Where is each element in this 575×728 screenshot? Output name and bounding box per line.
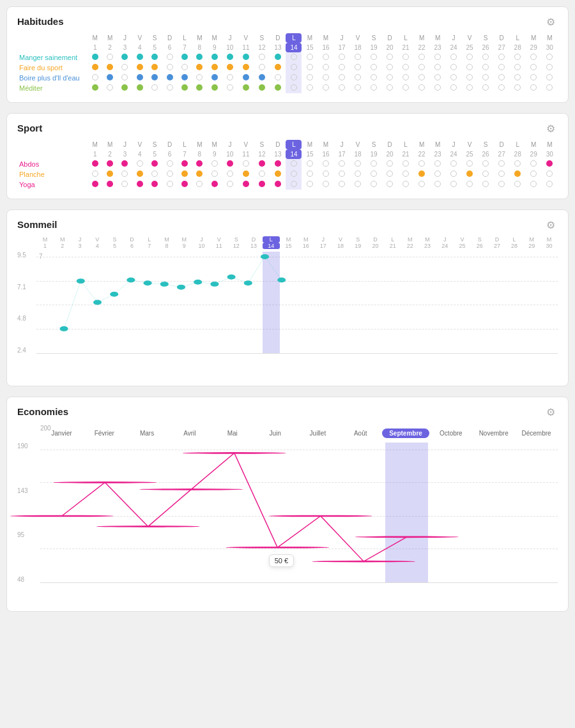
habitudes-gear-icon[interactable]: ⚙ (546, 16, 559, 29)
habit-cell[interactable] (542, 63, 558, 73)
habit-cell[interactable] (414, 179, 430, 190)
habit-cell[interactable] (542, 169, 558, 179)
habit-cell[interactable] (350, 169, 366, 179)
habit-cell[interactable] (382, 83, 398, 93)
habit-cell[interactable] (222, 159, 238, 169)
habit-cell[interactable] (302, 73, 318, 83)
habit-cell[interactable] (414, 159, 430, 169)
habit-cell[interactable] (398, 73, 414, 83)
habit-cell[interactable] (222, 83, 238, 93)
habit-cell[interactable] (318, 159, 334, 169)
habit-cell[interactable] (334, 179, 349, 190)
habit-cell[interactable] (494, 179, 510, 190)
habit-cell[interactable] (510, 73, 526, 83)
habit-cell[interactable] (148, 73, 162, 83)
habit-cell[interactable] (510, 83, 526, 93)
habit-cell[interactable] (177, 73, 192, 83)
habit-cell[interactable] (398, 52, 414, 63)
habit-cell[interactable] (238, 169, 254, 179)
habit-cell[interactable] (462, 159, 478, 169)
habit-cell[interactable] (478, 63, 494, 73)
habit-cell[interactable] (118, 73, 132, 83)
habit-cell[interactable] (366, 83, 382, 93)
habit-cell[interactable] (366, 52, 382, 63)
habit-cell[interactable] (462, 63, 478, 73)
habit-cell[interactable] (414, 73, 430, 83)
habit-cell[interactable] (542, 179, 558, 190)
habit-cell[interactable] (270, 73, 286, 83)
habit-cell[interactable] (286, 63, 302, 73)
habit-cell[interactable] (207, 52, 222, 63)
habit-cell[interactable] (494, 63, 510, 73)
habit-cell[interactable] (254, 83, 270, 93)
habit-cell[interactable] (207, 73, 222, 83)
habit-cell[interactable] (350, 179, 366, 190)
habit-cell[interactable] (88, 63, 102, 73)
habit-cell[interactable] (192, 63, 207, 73)
habit-cell[interactable] (382, 169, 398, 179)
habit-cell[interactable] (366, 73, 382, 83)
habit-cell[interactable] (334, 83, 349, 93)
habit-cell[interactable] (148, 159, 162, 169)
habit-cell[interactable] (366, 179, 382, 190)
habit-cell[interactable] (162, 83, 177, 93)
habit-cell[interactable] (398, 83, 414, 93)
habit-cell[interactable] (118, 83, 132, 93)
sport-gear-icon[interactable]: ⚙ (546, 123, 559, 135)
habit-cell[interactable] (510, 169, 526, 179)
habit-cell[interactable] (254, 179, 270, 190)
habit-cell[interactable] (162, 63, 177, 73)
habit-cell[interactable] (382, 159, 398, 169)
habit-cell[interactable] (286, 52, 302, 63)
habit-cell[interactable] (318, 83, 334, 93)
habit-cell[interactable] (478, 83, 494, 93)
habit-cell[interactable] (102, 73, 117, 83)
habit-cell[interactable] (192, 179, 207, 190)
habit-cell[interactable] (132, 159, 147, 169)
habit-cell[interactable] (270, 83, 286, 93)
habit-cell[interactable] (446, 169, 462, 179)
habit-cell[interactable] (132, 83, 147, 93)
habit-cell[interactable] (478, 169, 494, 179)
habit-cell[interactable] (254, 169, 270, 179)
habit-cell[interactable] (350, 52, 366, 63)
habit-cell[interactable] (398, 169, 414, 179)
sommeil-gear-icon[interactable]: ⚙ (546, 219, 559, 232)
habit-cell[interactable] (177, 63, 192, 73)
habit-cell[interactable] (430, 83, 446, 93)
habit-cell[interactable] (286, 179, 302, 190)
habit-cell[interactable] (334, 159, 349, 169)
habit-cell[interactable] (302, 159, 318, 169)
habit-cell[interactable] (286, 83, 302, 93)
habit-cell[interactable] (446, 159, 462, 169)
habit-cell[interactable] (526, 169, 542, 179)
habit-cell[interactable] (162, 169, 177, 179)
habit-cell[interactable] (222, 179, 238, 190)
habit-cell[interactable] (177, 179, 192, 190)
habit-cell[interactable] (382, 179, 398, 190)
habit-cell[interactable] (318, 52, 334, 63)
habit-cell[interactable] (462, 83, 478, 93)
habit-cell[interactable] (318, 179, 334, 190)
habit-cell[interactable] (192, 159, 207, 169)
habit-cell[interactable] (334, 169, 349, 179)
habit-cell[interactable] (414, 52, 430, 63)
habit-cell[interactable] (177, 159, 192, 169)
habit-cell[interactable] (350, 159, 366, 169)
habit-cell[interactable] (462, 73, 478, 83)
habit-cell[interactable] (222, 169, 238, 179)
habit-cell[interactable] (350, 63, 366, 73)
habit-cell[interactable] (102, 83, 117, 93)
habit-cell[interactable] (494, 83, 510, 93)
habit-cell[interactable] (462, 52, 478, 63)
habit-cell[interactable] (526, 63, 542, 73)
habit-cell[interactable] (148, 179, 162, 190)
habit-cell[interactable] (102, 63, 117, 73)
habit-cell[interactable] (318, 73, 334, 83)
habit-cell[interactable] (88, 73, 102, 83)
habit-cell[interactable] (88, 52, 102, 63)
habit-cell[interactable] (430, 73, 446, 83)
habit-cell[interactable] (118, 159, 132, 169)
habit-cell[interactable] (414, 63, 430, 73)
habit-cell[interactable] (318, 63, 334, 73)
